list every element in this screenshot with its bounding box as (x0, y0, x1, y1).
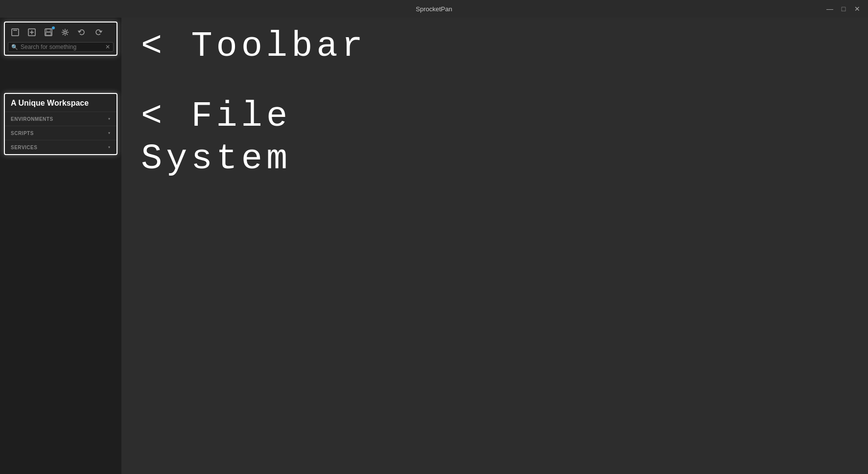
save-button[interactable] (41, 25, 56, 39)
redo-icon (94, 28, 102, 36)
svg-rect-6 (47, 29, 50, 32)
workspace-title: A Unique Workspace (5, 94, 117, 112)
filesystem-heading: < File System (141, 95, 848, 180)
main-content: < Toolbar < File System (121, 18, 868, 474)
add-icon (28, 28, 36, 36)
scripts-chevron-icon: ▾ (108, 130, 111, 136)
maximize-button[interactable]: □ (839, 4, 848, 14)
environments-section[interactable]: ENVIRONMENTS ▾ (5, 112, 117, 126)
sidebar-spacer (0, 60, 121, 89)
undo-button[interactable] (74, 25, 89, 39)
undo-icon (78, 28, 86, 36)
window-controls: — □ ✕ (825, 4, 862, 14)
app-container: 🔍 ✕ A Unique Workspace ENVIRONMENTS ▾ SC… (0, 18, 868, 474)
save-icon (45, 28, 52, 36)
redo-button[interactable] (91, 25, 106, 39)
services-label: SERVICES (11, 145, 37, 150)
workspace-panel: A Unique Workspace ENVIRONMENTS ▾ SCRIPT… (4, 93, 117, 155)
environments-chevron-icon: ▾ (108, 116, 111, 122)
services-chevron-icon: ▾ (108, 144, 111, 150)
minimize-button[interactable]: — (825, 4, 835, 14)
svg-rect-7 (46, 32, 51, 35)
add-button[interactable] (24, 25, 39, 39)
scripts-label: SCRIPTS (11, 131, 34, 136)
services-section[interactable]: SERVICES ▾ (5, 140, 117, 154)
toolbar-panel: 🔍 ✕ (4, 22, 117, 56)
toolbar-icons-row (8, 25, 114, 39)
filesystem-line1: < File (141, 95, 848, 137)
environments-label: ENVIRONMENTS (11, 116, 53, 122)
search-icon: 🔍 (11, 44, 18, 50)
svg-point-8 (64, 31, 67, 34)
add-tab-button[interactable] (8, 25, 23, 39)
save-dot-indicator (52, 26, 55, 29)
scripts-section[interactable]: SCRIPTS ▾ (5, 126, 117, 140)
toolbar-heading: < Toolbar (141, 27, 848, 66)
title-bar: SprocketPan — □ ✕ (0, 0, 868, 18)
search-clear-button[interactable]: ✕ (105, 44, 110, 50)
settings-button[interactable] (58, 25, 72, 39)
search-input[interactable] (21, 44, 103, 50)
svg-rect-0 (12, 29, 19, 36)
gear-icon (61, 28, 69, 36)
search-bar: 🔍 ✕ (8, 42, 114, 52)
filesystem-line2: System (141, 138, 848, 180)
sidebar: 🔍 ✕ A Unique Workspace ENVIRONMENTS ▾ SC… (0, 18, 121, 474)
app-title: SprocketPan (416, 5, 452, 13)
close-button[interactable]: ✕ (852, 4, 862, 14)
add-tab-icon (11, 28, 19, 36)
